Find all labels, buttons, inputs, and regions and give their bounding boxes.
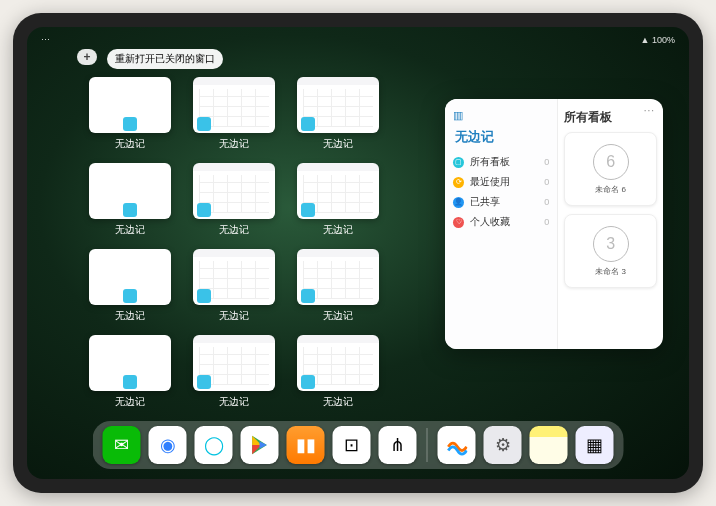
window-thumbnail <box>89 77 171 133</box>
reopen-label: 重新打开已关闭的窗口 <box>115 53 215 64</box>
sidebar-item-count: 0 <box>544 157 549 167</box>
add-window-button[interactable]: + <box>77 49 97 65</box>
window-thumbnail <box>297 77 379 133</box>
window-thumbnail <box>89 249 171 305</box>
window-thumbnail <box>193 249 275 305</box>
status-bar: ⋯ ▲ 100% <box>27 31 689 49</box>
more-icon[interactable]: ··· <box>644 105 655 116</box>
window-thumbnail <box>193 163 275 219</box>
window-label: 无边记 <box>323 395 353 409</box>
sidebar-item[interactable]: ▢ 所有看板 0 <box>453 152 549 172</box>
window-thumbnail <box>89 335 171 391</box>
sidebar-item[interactable]: ♡ 个人收藏 0 <box>453 212 549 232</box>
app-window[interactable]: 无边记 <box>297 77 379 151</box>
books-icon[interactable]: ▮▮ <box>287 426 325 464</box>
graph-icon[interactable]: ⋔ <box>379 426 417 464</box>
svg-marker-3 <box>260 441 267 448</box>
sidebar-item-label: 已共享 <box>470 195 500 209</box>
reopen-closed-window-button[interactable]: 重新打开已关闭的窗口 <box>107 49 223 69</box>
sidebar-item-count: 0 <box>544 177 549 187</box>
board-thumbnail: 6 <box>593 144 629 180</box>
qq-browser-icon[interactable]: ◉ <box>149 426 187 464</box>
board-card[interactable]: 6 未命名 6 <box>564 132 657 206</box>
popover-title: 无边记 <box>455 128 549 146</box>
dock: ✉◉◯▮▮⊡⋔⚙▦ <box>93 421 624 469</box>
board-name: 未命名 6 <box>595 184 626 195</box>
category-icon: 👤 <box>453 197 464 208</box>
window-thumbnail <box>89 163 171 219</box>
board-thumbnail: 3 <box>593 226 629 262</box>
settings-icon[interactable]: ⚙ <box>484 426 522 464</box>
sidebar-toggle-icon[interactable]: ▥ <box>453 109 549 122</box>
board-card[interactable]: 3 未命名 3 <box>564 214 657 288</box>
app-window[interactable]: 无边记 <box>193 335 275 409</box>
popover-sidebar: ▥ 无边记 ▢ 所有看板 0⟳ 最近使用 0👤 已共享 0♡ 个人收藏 0 <box>445 99 558 349</box>
dock-separator <box>427 428 428 462</box>
app-window[interactable]: 无边记 <box>193 249 275 323</box>
popover-content: 所有看板 6 未命名 63 未命名 3 <box>558 99 663 349</box>
app-switcher-grid: 无边记无边记无边记无边记无边记无边记无边记无边记无边记无边记无边记无边记 <box>89 77 483 409</box>
window-label: 无边记 <box>115 395 145 409</box>
app-window[interactable]: 无边记 <box>193 163 275 237</box>
window-label: 无边记 <box>115 309 145 323</box>
window-label: 无边记 <box>323 137 353 151</box>
window-label: 无边记 <box>323 309 353 323</box>
app-window[interactable]: 无边记 <box>89 249 171 323</box>
window-thumbnail <box>193 77 275 133</box>
ipad-frame: ⋯ ▲ 100% + 重新打开已关闭的窗口 无边记无边记无边记无边记无边记无边记… <box>13 13 703 493</box>
app-library-icon[interactable]: ▦ <box>576 426 614 464</box>
game-icon[interactable]: ⊡ <box>333 426 371 464</box>
window-label: 无边记 <box>219 395 249 409</box>
window-label: 无边记 <box>219 137 249 151</box>
window-label: 无边记 <box>115 223 145 237</box>
window-thumbnail <box>297 335 379 391</box>
window-label: 无边记 <box>219 309 249 323</box>
freeform-icon[interactable] <box>438 426 476 464</box>
sidebar-item-label: 个人收藏 <box>470 215 510 229</box>
app-window[interactable]: 无边记 <box>89 163 171 237</box>
plus-icon: + <box>83 50 90 64</box>
status-dots: ⋯ <box>41 35 50 45</box>
sidebar-item[interactable]: 👤 已共享 0 <box>453 192 549 212</box>
freeform-popover: ··· ▥ 无边记 ▢ 所有看板 0⟳ 最近使用 0👤 已共享 0♡ 个人收藏 … <box>445 99 663 349</box>
window-label: 无边记 <box>219 223 249 237</box>
window-label: 无边记 <box>323 223 353 237</box>
sidebar-item-label: 所有看板 <box>470 155 510 169</box>
window-thumbnail <box>297 163 379 219</box>
play-store-icon[interactable] <box>241 426 279 464</box>
category-icon: ♡ <box>453 217 464 228</box>
category-icon: ▢ <box>453 157 464 168</box>
sidebar-item-label: 最近使用 <box>470 175 510 189</box>
sidebar-item-count: 0 <box>544 217 549 227</box>
wifi-icon: ▲ <box>641 35 650 45</box>
battery-label: 100% <box>652 35 675 45</box>
screen: ⋯ ▲ 100% + 重新打开已关闭的窗口 无边记无边记无边记无边记无边记无边记… <box>27 27 689 479</box>
wechat-icon[interactable]: ✉ <box>103 426 141 464</box>
window-thumbnail <box>193 335 275 391</box>
app-window[interactable]: 无边记 <box>297 163 379 237</box>
app-window[interactable]: 无边记 <box>297 249 379 323</box>
board-name: 未命名 3 <box>595 266 626 277</box>
sidebar-item-count: 0 <box>544 197 549 207</box>
notes-icon[interactable] <box>530 426 568 464</box>
browser-icon[interactable]: ◯ <box>195 426 233 464</box>
app-window[interactable]: 无边记 <box>193 77 275 151</box>
category-icon: ⟳ <box>453 177 464 188</box>
app-window[interactable]: 无边记 <box>89 77 171 151</box>
sidebar-item[interactable]: ⟳ 最近使用 0 <box>453 172 549 192</box>
window-label: 无边记 <box>115 137 145 151</box>
app-window[interactable]: 无边记 <box>89 335 171 409</box>
window-thumbnail <box>297 249 379 305</box>
app-window[interactable]: 无边记 <box>297 335 379 409</box>
